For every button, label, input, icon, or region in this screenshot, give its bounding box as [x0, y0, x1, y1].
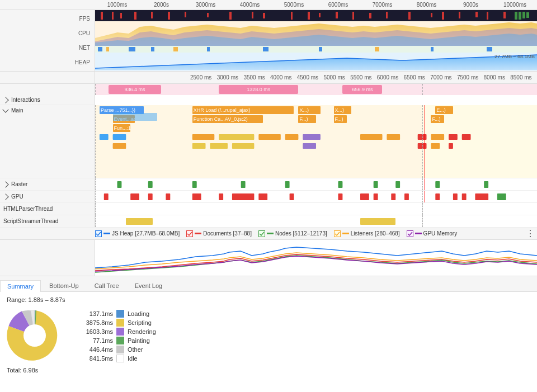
svg-point-94	[23, 324, 46, 347]
tr-10: 7500 ms	[457, 74, 484, 81]
svg-rect-72	[395, 181, 400, 188]
raster-collapse-icon[interactable]	[2, 181, 8, 187]
svg-rect-60	[232, 143, 255, 149]
svg-rect-13	[319, 13, 321, 17]
svg-rect-57	[113, 143, 126, 149]
flame-bar-e1[interactable]: E...)	[435, 106, 453, 114]
legend-listeners[interactable]: Listeners [280–468]	[334, 230, 400, 237]
svg-rect-68	[241, 181, 246, 188]
svg-rect-63	[431, 143, 440, 149]
main-label: Main	[11, 107, 23, 114]
tl-label-7: 8000ms	[404, 2, 449, 8]
svg-rect-16	[369, 13, 371, 18]
svg-rect-70	[338, 181, 343, 188]
memory-more-btn[interactable]: ⋮	[526, 228, 535, 239]
tr-11: 8000 ms	[484, 74, 511, 81]
gpu-collapse-icon[interactable]	[2, 193, 8, 200]
memory-chart[interactable]	[0, 240, 537, 276]
svg-rect-44	[100, 134, 109, 140]
overview-section: FPS CPU NET HEAP	[0, 10, 537, 72]
tr-2: 3500 ms	[243, 74, 270, 81]
legend-gpu-memory[interactable]: GPU Memory	[407, 230, 458, 237]
interactions-collapse-icon[interactable]	[2, 97, 8, 103]
tr-12: 8500 ms	[510, 74, 537, 81]
tl-label-0: 1000ms	[95, 2, 139, 8]
main-collapse-icon[interactable]	[2, 106, 8, 112]
svg-rect-12	[308, 12, 310, 20]
total-text: Total: 6.98s	[7, 367, 530, 374]
flame-bar-x2[interactable]: X...)	[334, 106, 352, 114]
svg-rect-91	[462, 193, 467, 200]
legend-js-heap-label: JS Heap [27.7MB–68.0MB]	[112, 230, 180, 237]
tl-label-2: 3000ms	[183, 2, 228, 8]
svg-rect-15	[352, 12, 354, 20]
legend-nodes[interactable]: Nodes [5112–12173]	[258, 230, 327, 237]
svg-rect-90	[453, 193, 458, 200]
svg-rect-37	[207, 47, 210, 51]
tr-0: 2500 ms	[190, 74, 217, 81]
tr-8: 6500 ms	[404, 74, 431, 81]
timing-bar-1: 1328.0 ms	[219, 85, 298, 94]
tr-1: 3000 ms	[217, 74, 244, 81]
stat-scripting: 3875.8ms Scripting	[74, 319, 156, 327]
legend-docs-label: Documents [37–88]	[203, 230, 252, 237]
svg-rect-75	[104, 193, 109, 200]
tab-call-tree[interactable]: Call Tree	[87, 280, 126, 291]
tab-summary[interactable]: Summary	[0, 280, 41, 292]
timeline-top-ruler: 1000ms 2000s 3000ms 4000ms 5000ms 6000ms…	[0, 0, 537, 10]
svg-rect-5	[168, 12, 170, 20]
legend-js-heap[interactable]: JS Heap [27.7MB–68.0MB]	[95, 230, 180, 237]
svg-rect-18	[408, 12, 411, 20]
flame-bar-fun1[interactable]: Fun...:1)	[113, 124, 131, 132]
svg-rect-26	[519, 12, 521, 20]
flame-bar-f3[interactable]: F...)	[431, 115, 444, 123]
tl-label-4: 5000ms	[272, 2, 316, 8]
svg-rect-81	[232, 193, 255, 200]
flame-bar-func[interactable]: Function Ca...AV_0.js:2)	[192, 115, 263, 123]
tab-bottom-up[interactable]: Bottom-Up	[42, 280, 86, 291]
svg-rect-17	[386, 12, 388, 18]
overview-canvas[interactable]: 27.7MB – 68.1MB	[95, 10, 537, 71]
tr-4: 4500 ms	[297, 74, 324, 81]
tl-label-5: 6000ms	[316, 2, 360, 8]
svg-marker-43	[95, 55, 537, 70]
tab-bar: Summary Bottom-Up Call Tree Event Log	[0, 276, 537, 292]
legend-listeners-label: Listeners [280–468]	[351, 230, 400, 237]
bottom-panel: Summary Bottom-Up Call Tree Event Log Ra…	[0, 276, 537, 388]
flame-bar-f2[interactable]: F...)	[334, 115, 347, 123]
svg-rect-73	[435, 181, 440, 188]
heap-range: 27.7MB – 68.1MB	[494, 54, 535, 59]
stat-painting: 77.1ms Painting	[74, 337, 156, 344]
flame-bar-f1[interactable]: F...)	[298, 115, 316, 123]
svg-rect-93	[497, 193, 506, 200]
svg-rect-86	[374, 193, 378, 200]
svg-rect-80	[219, 193, 223, 200]
svg-rect-27	[522, 12, 525, 18]
heap-label: HEAP	[2, 59, 92, 65]
svg-rect-67	[192, 181, 197, 188]
flame-bar-xhr[interactable]: XHR Load (/...rupal_ajax)	[192, 106, 294, 114]
stats-table: 137.1ms Loading 3875.8ms Scripting 1603.…	[74, 310, 156, 362]
legend-nodes-label: Nodes [5112–12173]	[275, 230, 327, 237]
svg-rect-64	[449, 143, 453, 149]
svg-rect-92	[475, 193, 488, 200]
timing-bar-0: 936.4 ms	[109, 85, 162, 94]
svg-rect-6	[185, 12, 186, 17]
svg-rect-21	[459, 12, 460, 18]
cpu-row	[95, 21, 537, 46]
svg-rect-33	[106, 47, 109, 51]
svg-rect-49	[285, 134, 299, 140]
svg-rect-61	[303, 143, 316, 149]
svg-rect-47	[219, 134, 254, 140]
svg-rect-7	[207, 13, 209, 17]
tr-5: 5000 ms	[323, 74, 350, 81]
svg-rect-34	[129, 47, 135, 51]
svg-rect-69	[285, 181, 290, 188]
flame-bar-x1[interactable]: X...)	[298, 106, 321, 114]
tab-event-log[interactable]: Event Log	[128, 280, 170, 291]
html-parser-track: HTMLParserThread	[0, 203, 537, 215]
tl-label-6: 7000ms	[360, 2, 404, 8]
legend-documents[interactable]: Documents [37–88]	[186, 230, 252, 237]
svg-rect-50	[303, 134, 321, 140]
svg-rect-9	[252, 12, 253, 18]
